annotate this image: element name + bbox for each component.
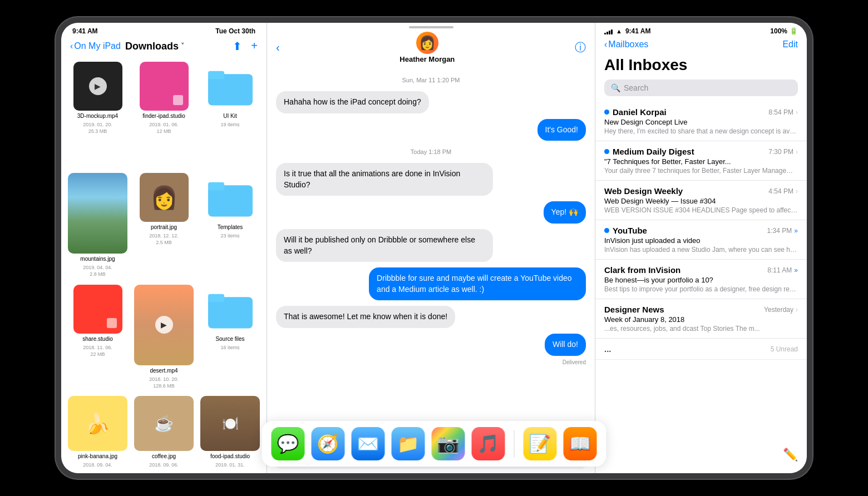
mail-subject-3: Web Design Weekly — Issue #304 [604, 197, 798, 205]
file-meta-share: 2018. 11. 06.22 MB [83, 345, 112, 358]
contact-avatar: 👩 [416, 32, 438, 54]
file-name-coffee: coffee.jpg [152, 453, 176, 460]
mail-item-1[interactable]: Daniel Korpai 8:54 PM › New Design Conce… [595, 102, 807, 141]
mail-app-icon: ✉️ [357, 433, 379, 454]
file-meta-mountains: 2019. 04. 04.2.8 MB [83, 265, 112, 277]
msg-delivered-status: Delivered [276, 359, 586, 365]
file-item-mountains[interactable]: mountains.jpg 2019. 04. 04.2.8 MB [68, 173, 127, 277]
file-count-ui-kit: 19 items [220, 122, 239, 127]
messages-back-button[interactable]: ‹ [276, 41, 280, 54]
files-back-button[interactable]: ‹ On My iPad [70, 41, 121, 51]
file-thumb-3d-mockup: ▶ [73, 62, 122, 111]
mail-back-button[interactable]: ‹ Mailboxes [604, 39, 648, 49]
dock-notes-icon[interactable]: 📝 [524, 427, 557, 460]
file-item-ui-kit[interactable]: UI Kit 19 items [200, 62, 260, 166]
file-item-desert[interactable]: ▶ desert.mp4 2018. 10. 20.128.6 MB [134, 285, 194, 389]
sender-name-1: Daniel Korpai [613, 107, 667, 117]
files-title-text: Downloads [125, 41, 179, 52]
mail-item-4[interactable]: YouTube 1:34 PM » InVision just uploaded… [595, 220, 807, 260]
dock-files-icon[interactable]: 📁 [392, 427, 425, 460]
mail-subject-2: "7 Techniques for Better, Faster Layer..… [604, 157, 798, 166]
sender-name-4: YouTube [613, 226, 647, 235]
dock-books-icon[interactable]: 📖 [564, 427, 597, 460]
file-meta-banana: 2018. 09. 04. [83, 462, 112, 469]
dock-messages-icon[interactable]: 💬 [272, 427, 305, 460]
file-item-finder-studio[interactable]: finder-ipad.studio 2019. 01. 06.12 MB [134, 62, 194, 166]
share-icon[interactable]: ⬆ [233, 39, 242, 53]
mail-edit-button[interactable]: Edit [782, 39, 798, 49]
mail-subject-6: Week of January 8, 2018 [604, 315, 798, 324]
file-item-portrait[interactable]: 👩 portrait.jpg 2018. 12. 12.2.5 MB [134, 173, 194, 277]
mail-back-chevron: ‹ [604, 39, 607, 49]
file-item-source-files[interactable]: Source files 16 items [200, 285, 260, 389]
file-item-banana[interactable]: 🍌 pink-banana.jpg 2018. 09. 04. [68, 396, 127, 469]
files-time: 9:41 AM [72, 27, 98, 35]
messages-info-button[interactable]: ⓘ [575, 40, 586, 55]
mail-chevron-3: › [796, 187, 798, 195]
file-thumb-food: 🍽️ [200, 396, 260, 451]
mail-search-bar[interactable]: 🔍 Search [604, 80, 798, 96]
messages-list: Sun, Mar 11 1:20 PM Hahaha how is the iP… [267, 68, 595, 448]
sender-name-2: Medium Daily Digest [613, 147, 694, 156]
signal-bar-4 [611, 29, 613, 34]
signal-bar-2 [606, 32, 608, 34]
mail-sender-4: YouTube [604, 226, 647, 235]
file-name-food: food-ipad.studio [210, 453, 250, 460]
dock-music-icon[interactable]: 🎵 [472, 427, 505, 460]
sender-name-6: Designer News [604, 305, 664, 314]
mail-item-partial[interactable]: ... 5 Unread [595, 339, 807, 360]
file-meta-3d: 2019. 01. 20.25.3 MB [83, 122, 112, 135]
mail-unread-count: 5 Unread [771, 345, 798, 353]
file-item-share-studio[interactable]: share.studio 2018. 11. 06.22 MB [68, 285, 127, 389]
compose-button[interactable]: ✏️ [783, 448, 798, 462]
dock-safari-icon[interactable]: 🧭 [312, 427, 345, 460]
mail-item-5[interactable]: Clark from InVision 8:11 AM » Be honest—… [595, 260, 807, 299]
mail-item-3[interactable]: Web Design Weekly 4:54 PM › Web Design W… [595, 181, 807, 220]
mail-item-6[interactable]: Designer News Yesterday › Week of Januar… [595, 299, 807, 339]
play-icon: ▶ [89, 77, 107, 95]
file-item-food-studio[interactable]: 🍽️ food-ipad.studio 2019. 01. 31. [200, 396, 260, 469]
mail-double-chevron-5: » [794, 266, 798, 274]
add-icon[interactable]: + [251, 39, 258, 53]
file-thumb-desert: ▶ [134, 285, 194, 365]
mail-subject-4: InVision just uploaded a video [604, 236, 798, 245]
file-item-coffee[interactable]: ☕ coffee.jpg 2018. 09. 06. [134, 396, 194, 469]
studio-square-icon [173, 95, 183, 105]
file-name-desert: desert.mp4 [150, 368, 177, 374]
file-item-3d-mockup[interactable]: ▶ 3D-mockup.mp4 2019. 01. 20.25.3 MB [68, 62, 127, 166]
time-text-4: 1:34 PM [767, 227, 792, 235]
mail-double-chevron-4: » [794, 227, 798, 235]
mail-item-5-header: Clark from InVision 8:11 AM » [604, 265, 798, 275]
studio-square-icon-2 [107, 318, 117, 328]
files-back-label: On My iPad [74, 41, 121, 51]
mail-chevron-6: › [796, 306, 798, 314]
file-thumb-finder [140, 62, 189, 111]
file-name-source: Source files [215, 336, 244, 343]
file-meta-coffee: 2018. 09. 06. [149, 462, 179, 469]
file-count-source: 16 items [220, 345, 239, 350]
dock-photos-icon[interactable]: 📷 [432, 427, 465, 460]
mail-item-2[interactable]: Medium Daily Digest 7:30 PM › "7 Techniq… [595, 141, 807, 181]
books-app-icon: 📖 [569, 433, 591, 454]
dock-mail-icon[interactable]: ✉️ [352, 427, 385, 460]
mail-title: All Inboxes [595, 54, 807, 80]
file-meta-desert: 2018. 10. 20.128.6 MB [149, 376, 179, 389]
mail-item-3-header: Web Design Weekly 4:54 PM › [604, 186, 798, 196]
mail-sender-6: Designer News [604, 305, 664, 314]
messages-contact: 👩 Heather Morgan [280, 32, 575, 63]
file-name-ui-kit: UI Kit [223, 113, 236, 120]
file-meta-portrait: 2018. 12. 12.2.5 MB [149, 233, 179, 246]
file-name-templates: Templates [218, 224, 243, 231]
mail-sender-5: Clark from InVision [604, 265, 680, 275]
mail-preview-2: Your daily three 7 techniques for Better… [604, 167, 798, 175]
mail-chevron-2: › [796, 148, 798, 156]
dock-separator [514, 430, 515, 458]
mail-back-label: Mailboxes [608, 39, 648, 49]
mail-subject-1: New Design Concept Live [604, 118, 798, 126]
files-date: Tue Oct 30th [215, 27, 255, 35]
file-item-templates[interactable]: Templates 23 items [200, 173, 260, 277]
msg-received-4: That is awesome! Let me know when it is … [276, 306, 455, 328]
contact-name: Heather Morgan [400, 55, 455, 63]
msg-sent-2: Yep! 🙌 [544, 201, 586, 224]
svg-rect-4 [208, 182, 224, 191]
